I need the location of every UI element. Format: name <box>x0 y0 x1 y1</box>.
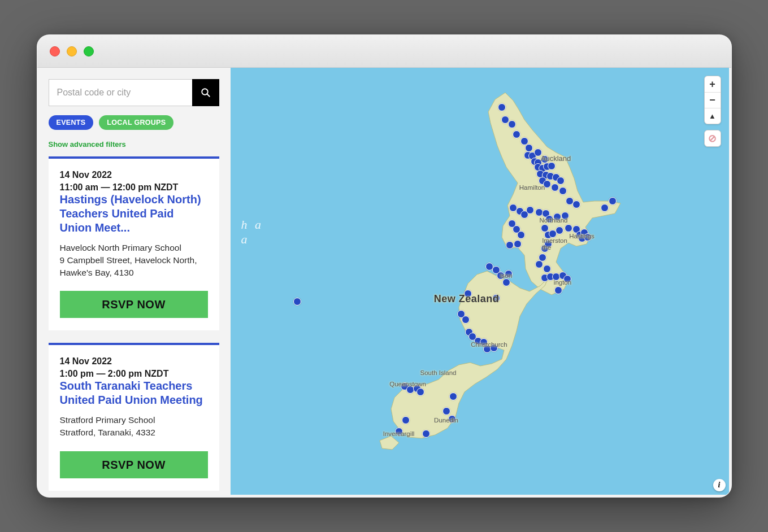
map-pin[interactable] <box>449 393 457 400</box>
map-pin[interactable] <box>416 388 424 396</box>
map[interactable]: h a n a AucklandHamiltonNorthlandHasting… <box>231 68 729 495</box>
map-label: Christchurch <box>471 341 507 348</box>
zoom-out-button[interactable]: − <box>705 92 721 108</box>
map-pin[interactable] <box>442 407 450 415</box>
map-pin[interactable] <box>508 120 516 128</box>
map-label: ington <box>554 279 571 286</box>
event-card: 14 Nov 2022 11:00 am — 12:00 pm NZDT Has… <box>49 156 219 330</box>
map-label: Imerston the <box>542 237 567 251</box>
map-pin[interactable] <box>551 184 559 191</box>
map-pin[interactable] <box>462 316 470 324</box>
app-window: EVENTS LOCAL GROUPS Show advanced filter… <box>37 34 732 498</box>
compass-button[interactable]: ▲ <box>705 108 721 124</box>
map-label: Hamilton <box>519 184 545 191</box>
map-pin[interactable] <box>543 265 551 273</box>
map-pin[interactable] <box>565 224 572 232</box>
map-pin[interactable] <box>557 177 565 185</box>
map-label: South Island <box>420 369 457 376</box>
events-pill[interactable]: EVENTS <box>49 115 94 130</box>
event-time: 1:00 pm — 2:00 pm NZDT <box>60 369 208 379</box>
event-date: 14 Nov 2022 <box>60 356 208 367</box>
map-pin[interactable] <box>517 231 525 239</box>
event-title-link[interactable]: South Taranaki Teachers United Paid Unio… <box>60 380 203 406</box>
map-pin[interactable] <box>293 298 301 306</box>
titlebar <box>37 35 731 68</box>
maximize-icon[interactable] <box>84 46 94 56</box>
attribution-icon[interactable]: i <box>713 479 726 491</box>
layer-toggle-button[interactable]: ⊘ <box>705 130 721 146</box>
search-input[interactable] <box>49 79 192 106</box>
minimize-icon[interactable] <box>67 46 77 56</box>
sea-label: h a n a <box>231 217 264 247</box>
map-label: lson <box>500 272 512 279</box>
map-label: Queenstown <box>389 381 426 387</box>
map-pin[interactable] <box>502 278 510 286</box>
map-label: Hastings <box>569 233 595 239</box>
close-icon[interactable] <box>50 46 60 56</box>
local-groups-pill[interactable]: LOCAL GROUPS <box>99 115 173 130</box>
search-icon <box>201 88 211 98</box>
map-pin[interactable] <box>554 286 562 294</box>
event-location: Havelock North Primary School <box>60 243 208 253</box>
search-bar <box>49 79 219 106</box>
event-address: 9 Campbell Street, Havelock North, Hawke… <box>60 254 208 278</box>
event-address: Stratford, Taranaki, 4332 <box>60 426 208 439</box>
map-pin[interactable] <box>559 187 567 195</box>
map-pin[interactable] <box>526 206 534 214</box>
map-pin[interactable] <box>422 430 430 438</box>
advanced-filters-link[interactable]: Show advanced filters <box>49 140 219 149</box>
event-card: 14 Nov 2022 1:00 pm — 2:00 pm NZDT South… <box>49 343 219 491</box>
nz-landmass <box>231 68 728 495</box>
map-pin[interactable] <box>609 197 617 205</box>
event-title-link[interactable]: Hastings (Havelock North) Teachers Unite… <box>60 193 201 234</box>
map-pin[interactable] <box>513 130 520 138</box>
map-pin[interactable] <box>601 204 609 212</box>
zoom-in-button[interactable]: + <box>705 76 721 92</box>
event-location: Stratford Primary School <box>60 415 208 425</box>
map-pin[interactable] <box>556 226 563 234</box>
events-list[interactable]: 14 Nov 2022 11:00 am — 12:00 pm NZDT Has… <box>49 156 219 497</box>
map-pin[interactable] <box>402 416 410 424</box>
event-time: 11:00 am — 12:00 pm NZDT <box>60 182 208 193</box>
map-pin[interactable] <box>548 162 556 170</box>
rsvp-button[interactable]: RSVP NOW <box>60 291 208 318</box>
map-pin[interactable] <box>525 144 533 152</box>
filter-pills: EVENTS LOCAL GROUPS <box>49 115 219 130</box>
event-date: 14 Nov 2022 <box>60 170 208 180</box>
map-controls: + − ▲ ⊘ <box>704 76 721 152</box>
svg-line-1 <box>207 94 210 97</box>
map-label: Dunedin <box>434 417 458 424</box>
map-pin[interactable] <box>506 241 514 249</box>
map-pin[interactable] <box>535 260 543 268</box>
map-pin[interactable] <box>498 103 506 111</box>
map-pin[interactable] <box>572 200 580 208</box>
rsvp-button[interactable]: RSVP NOW <box>60 451 208 478</box>
map-label: Northland <box>540 217 568 224</box>
content: EVENTS LOCAL GROUPS Show advanced filter… <box>37 68 731 497</box>
sidebar: EVENTS LOCAL GROUPS Show advanced filter… <box>37 68 231 497</box>
search-button[interactable] <box>192 79 219 106</box>
map-label: New Zealand <box>434 293 500 305</box>
map-label: Auckland <box>541 154 571 163</box>
map-label: Invercargill <box>383 430 415 437</box>
map-pin[interactable] <box>514 240 522 248</box>
